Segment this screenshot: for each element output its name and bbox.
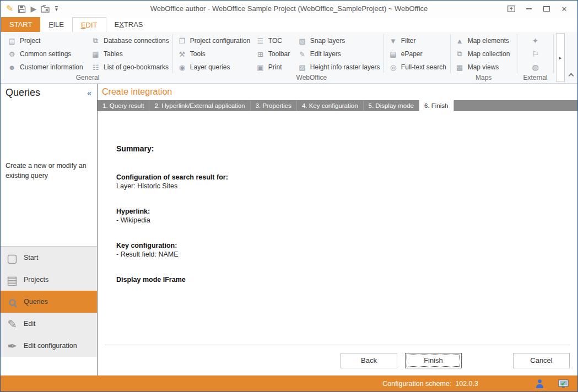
ribbon-item-edit-layers[interactable]: ✎Edit layers xyxy=(295,47,381,61)
save-icon[interactable] xyxy=(18,5,26,13)
ribbon-item-toolbar[interactable]: ⊞Toolbar xyxy=(253,47,295,61)
edit-pencil-icon[interactable]: ✎ xyxy=(6,4,13,13)
wizard-footer: Back Finish Cancel xyxy=(105,345,570,375)
ribbon-item-snap-layers[interactable]: ▧Snap layers xyxy=(295,34,381,47)
page-title: Create integration xyxy=(98,84,577,100)
ribbon-group-external: ✦ ⚐ ◍ External xyxy=(519,33,551,83)
gears-icon: ⚙ xyxy=(7,50,17,58)
wizard-tab-query-result[interactable]: 1. Query result xyxy=(98,100,149,111)
project-configuration-icon: ❐ xyxy=(177,37,187,45)
ribbon-item-map-elements[interactable]: ▲Map elements xyxy=(453,34,515,47)
ribbon-group-general: ▤Project ⚙Common settings ☻Customer info… xyxy=(5,33,170,83)
ribbon-group-maps: ▲Map elements ⧉Map collection ▩Map views… xyxy=(453,33,515,83)
run-icon[interactable]: ▶ xyxy=(30,5,36,13)
ribbon-item-height-info-raster-layers[interactable]: ▨Height info raster layers xyxy=(295,61,381,74)
qat-customize-dropdown-icon[interactable]: ▾ xyxy=(55,6,58,12)
ribbon-group-label-weboffice: WebOffice xyxy=(175,74,448,83)
sidebar-description: Create a new or modify an existing query xyxy=(6,161,88,181)
wizard-tab-key-configuration[interactable]: 4. Key configuration xyxy=(297,100,364,111)
wizard-page-finish: Summary: Configuration of search result … xyxy=(98,111,577,345)
ribbon-group-label-maps: Maps xyxy=(453,74,515,83)
ribbon-item-common-settings[interactable]: ⚙Common settings xyxy=(5,47,89,61)
sidebar-item-edit[interactable]: ✎Edit xyxy=(1,313,97,335)
back-button[interactable]: Back xyxy=(341,353,397,368)
database-connections-icon: ⧉ xyxy=(91,36,100,45)
content-area: Create integration 1. Query result 2. Hy… xyxy=(98,84,577,375)
magnifier-icon xyxy=(1,296,24,308)
ribbon-item-geo-bookmarks[interactable]: ☷List of geo-bookmarks xyxy=(89,61,170,74)
ribbon-item-print[interactable]: ▣Print xyxy=(253,61,295,74)
sidebar-item-queries[interactable]: Queries xyxy=(1,291,97,313)
window-title: WebOffice author - WebOffice Sample Proj… xyxy=(1,4,577,13)
close-project-folder-icon[interactable] xyxy=(41,5,51,13)
ribbon-item-database-search[interactable]: ◍ xyxy=(519,61,551,74)
summary-title: Summary: xyxy=(116,144,577,153)
ribbon-separator xyxy=(517,34,517,73)
wizard-tab-hyperlink[interactable]: 2. Hyperlink/External application xyxy=(149,100,250,111)
monitor-connection-icon[interactable] xyxy=(558,379,569,388)
tab-edit[interactable]: EDIT xyxy=(72,17,106,32)
cancel-button[interactable]: Cancel xyxy=(513,353,570,368)
sidebar-item-start[interactable]: ▢Start xyxy=(1,247,97,269)
ribbon-item-tables[interactable]: ▦Tables xyxy=(89,47,170,61)
ribbon-collapse-button[interactable] xyxy=(565,33,577,83)
ribbon-popup-icon[interactable] xyxy=(503,3,520,15)
minimize-icon[interactable] xyxy=(520,3,538,15)
map-collection-icon: ⧉ xyxy=(455,50,464,58)
ribbon-tab-row: START FILE EDIT EXTRAS xyxy=(1,17,577,32)
ribbon-item-epaper[interactable]: ▤ePaper xyxy=(386,47,448,61)
ribbon-item-project-configuration[interactable]: ❐Project configuration xyxy=(175,34,253,47)
database-search-icon: ◍ xyxy=(531,63,540,72)
map-marker-icon: ⚐ xyxy=(531,50,540,58)
configuration-scheme-text: Configuration scheme: 102.0.3 xyxy=(382,380,478,388)
ribbon-item-filter[interactable]: ▼Filter xyxy=(386,34,448,47)
filter-icon: ▼ xyxy=(388,37,398,45)
toolbar-icon: ⊞ xyxy=(256,50,265,58)
tab-file[interactable]: FILE xyxy=(40,17,72,32)
tools-icon: ⚒ xyxy=(177,50,187,58)
ribbon-item-database-connections[interactable]: ⧉Database connections xyxy=(89,34,170,47)
ribbon-item-pin[interactable]: ✦ xyxy=(519,34,551,47)
tab-start[interactable]: START xyxy=(1,17,40,32)
sidebar-item-projects[interactable]: ▤Projects xyxy=(1,269,97,291)
layer-queries-icon: ◉ xyxy=(177,63,187,72)
edit-icon: ✎ xyxy=(1,318,24,330)
ribbon-separator xyxy=(383,34,384,73)
ribbon-separator xyxy=(450,34,451,73)
ribbon-group-weboffice: ❐Project configuration ⚒Tools ◉Layer que… xyxy=(175,33,448,83)
user-icon[interactable] xyxy=(536,379,544,388)
ribbon-item-layer-queries[interactable]: ◉Layer queries xyxy=(175,61,253,74)
wizard-tab-finish[interactable]: 6. Finish xyxy=(419,100,453,111)
project-icon: ▤ xyxy=(7,37,17,45)
summary-section: Key configuration: - Result field: NAME xyxy=(116,241,577,259)
edit-layers-icon: ✎ xyxy=(298,50,307,58)
ribbon-item-map-marker[interactable]: ⚐ xyxy=(519,47,551,61)
ribbon-item-map-views[interactable]: ▩Map views xyxy=(453,61,515,74)
geo-bookmarks-icon: ☷ xyxy=(91,63,100,72)
main-area: Queries « Create a new or modify an exis… xyxy=(1,84,577,375)
sidebar-collapse-button[interactable]: « xyxy=(87,89,91,97)
ribbon-item-toc[interactable]: ☰TOC xyxy=(253,34,295,47)
edit-configuration-icon: ✒ xyxy=(1,340,24,352)
ribbon-item-project[interactable]: ▤Project xyxy=(5,34,89,47)
maximize-icon[interactable] xyxy=(538,3,555,15)
summary-block: Summary: Configuration of search result … xyxy=(98,111,577,284)
customer-information-icon: ☻ xyxy=(7,63,17,72)
tab-extras[interactable]: EXTRAS xyxy=(106,17,152,32)
finish-button[interactable]: Finish xyxy=(405,353,462,368)
sidebar-nav: ▢Start ▤Projects Queries ✎Edit ✒Edit con… xyxy=(1,246,97,357)
ribbon-item-tools[interactable]: ⚒Tools xyxy=(175,47,253,61)
ribbon-item-full-text-search[interactable]: ◎Full-text search xyxy=(386,61,448,74)
wizard-tab-display-mode[interactable]: 5. Display mode xyxy=(364,100,419,111)
sidebar-item-edit-configuration[interactable]: ✒Edit configuration xyxy=(1,335,97,357)
toc-icon: ☰ xyxy=(256,37,265,45)
wizard-tab-properties[interactable]: 3. Properties xyxy=(251,100,297,111)
ribbon-item-customer-information[interactable]: ☻Customer information xyxy=(5,61,89,74)
full-text-search-icon: ◎ xyxy=(388,63,398,72)
ribbon-scroll-right-button[interactable]: ▸ xyxy=(556,33,564,82)
summary-section: Hyperlink: - Wikipedia xyxy=(116,207,577,225)
close-icon[interactable]: ✕ xyxy=(555,3,573,15)
epaper-icon: ▤ xyxy=(388,50,398,58)
ribbon-item-map-collection[interactable]: ⧉Map collection xyxy=(453,47,515,61)
arrow-right-icon: ▸ xyxy=(559,55,562,61)
